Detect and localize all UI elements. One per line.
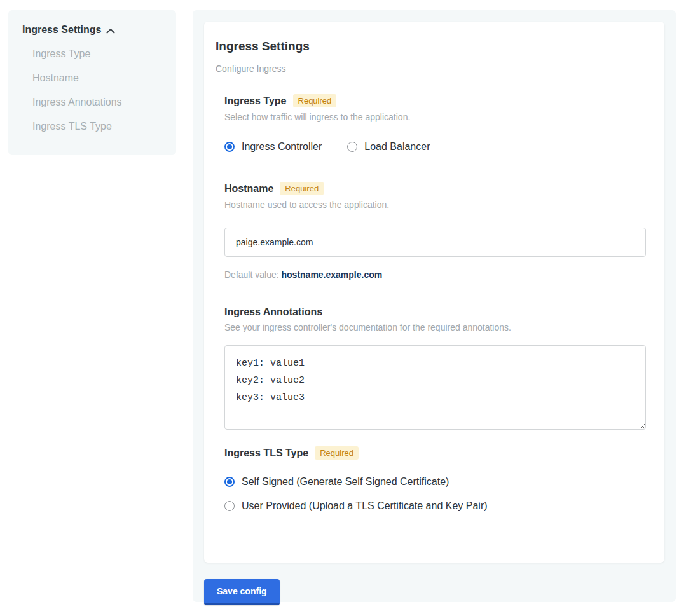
ingress-type-help: Select how traffic will ingress to the a… [224, 112, 645, 122]
sidebar-item-ingress-annotations[interactable]: Ingress Annotations [22, 90, 163, 114]
annotations-help: See your ingress controller's documentat… [224, 322, 645, 332]
sidebar-item-ingress-tls-type[interactable]: Ingress TLS Type [22, 114, 163, 139]
radio-load-balancer[interactable]: Load Balancer [347, 141, 430, 153]
required-badge: Required [280, 182, 324, 195]
section-hostname: Hostname Required Hostname used to acces… [224, 182, 645, 280]
tls-type-options: Self Signed (Generate Self Signed Certif… [224, 476, 645, 512]
default-value-link[interactable]: hostname.example.com [282, 270, 383, 280]
annotations-label: Ingress Annotations [224, 306, 322, 318]
hostname-input[interactable] [224, 228, 646, 257]
radio-selected-icon [224, 142, 235, 152]
tls-type-label: Ingress TLS Type [224, 448, 308, 459]
hostname-help: Hostname used to access the application. [224, 200, 645, 210]
radio-selected-icon [224, 477, 235, 487]
required-badge: Required [315, 446, 359, 460]
config-nav-sidebar: Ingress Settings Ingress Type Hostname I… [8, 10, 176, 155]
sidebar-group-title: Ingress Settings [22, 24, 101, 36]
hostname-default-line: Default value: hostname.example.com [224, 270, 645, 280]
default-value-prefix: Default value: [224, 270, 279, 280]
radio-label: Load Balancer [364, 141, 430, 153]
radio-ingress-controller[interactable]: Ingress Controller [224, 141, 322, 153]
radio-unselected-icon [224, 501, 235, 511]
radio-label: Ingress Controller [242, 141, 322, 153]
radio-label: Self Signed (Generate Self Signed Certif… [242, 476, 449, 488]
chevron-up-icon [106, 28, 115, 34]
radio-unselected-icon [347, 142, 357, 152]
config-panel: Ingress Settings Configure Ingress Ingre… [193, 10, 676, 602]
ingress-type-label: Ingress Type [224, 95, 287, 107]
section-ingress-tls-type: Ingress TLS Type Required Self Signed (G… [224, 446, 645, 512]
radio-user-provided[interactable]: User Provided (Upload a TLS Certificate … [224, 500, 645, 512]
sidebar-group-ingress-settings[interactable]: Ingress Settings [22, 24, 163, 36]
sidebar-item-list: Ingress Type Hostname Ingress Annotation… [22, 42, 163, 139]
ingress-settings-card: Ingress Settings Configure Ingress Ingre… [204, 22, 664, 563]
page-subtitle: Configure Ingress [216, 64, 645, 74]
save-config-button[interactable]: Save config [204, 579, 280, 605]
radio-label: User Provided (Upload a TLS Certificate … [242, 500, 488, 512]
ingress-type-options: Ingress Controller Load Balancer [224, 141, 645, 153]
section-ingress-annotations: Ingress Annotations See your ingress con… [224, 306, 645, 430]
sidebar-item-hostname[interactable]: Hostname [22, 66, 163, 90]
sidebar-item-ingress-type[interactable]: Ingress Type [22, 42, 163, 66]
required-badge: Required [293, 94, 337, 107]
page-title: Ingress Settings [216, 39, 645, 53]
radio-self-signed[interactable]: Self Signed (Generate Self Signed Certif… [224, 476, 645, 488]
section-ingress-type: Ingress Type Required Select how traffic… [224, 94, 645, 153]
hostname-label: Hostname [224, 183, 273, 195]
annotations-textarea[interactable]: key1: value1 key2: value2 key3: value3 [224, 345, 646, 430]
